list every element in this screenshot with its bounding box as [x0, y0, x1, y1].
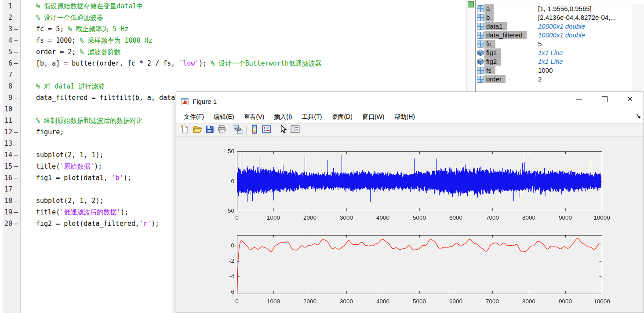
- menu-e[interactable]: 编辑(E): [209, 111, 239, 123]
- code-token-code: title(: [36, 162, 60, 170]
- variable-name[interactable]: a: [484, 4, 494, 13]
- code-line[interactable]: 5–order = 2; % 滤波器阶数: [0, 46, 475, 58]
- link-plot-button[interactable]: [233, 125, 244, 136]
- code-token-code: );: [120, 208, 128, 216]
- menu-d[interactable]: 桌面(D): [327, 111, 357, 123]
- print-figure-button[interactable]: [216, 125, 227, 136]
- code-line[interactable]: 1% 假设原始数据存储在变量data1中: [0, 0, 475, 12]
- workspace-column-divider[interactable]: [521, 0, 521, 4]
- workspace-row[interactable]: a[1,-1.9556,0.9565]: [476, 4, 632, 13]
- code-token-code: order = 2;: [36, 48, 80, 56]
- variable-value[interactable]: [1,-1.9556,0.9565]: [538, 4, 592, 13]
- workspace-row[interactable]: data110000x1 double: [476, 22, 632, 31]
- x-tick-label: 8000: [513, 298, 544, 305]
- workspace-header: [476, 0, 644, 4]
- insert-legend-button[interactable]: [261, 125, 272, 136]
- executable-line-marker: –: [14, 218, 18, 229]
- edit-plot-icon: [278, 125, 287, 136]
- y-tick-label: 0: [215, 178, 234, 184]
- x-tick-label: 0: [222, 214, 252, 221]
- code-token-code: [b, a] = butter(order, fc * 2 / fs,: [36, 59, 179, 67]
- executable-line-marker: –: [14, 126, 18, 138]
- variable-name[interactable]: data_filtered: [484, 31, 527, 39]
- matrix-icon: [477, 14, 484, 21]
- x-tick-label: 1000: [258, 298, 289, 305]
- save-figure-icon: [205, 125, 214, 136]
- figure-canvas-area: 0100020003000400050006000700080009000100…: [176, 137, 644, 313]
- workspace-row[interactable]: fig11x1 Line: [476, 48, 632, 57]
- insert-colorbar-button[interactable]: [249, 125, 260, 136]
- edit-plot-button[interactable]: [277, 125, 288, 136]
- variable-name[interactable]: data1: [484, 22, 507, 30]
- code-token-code: title(: [36, 208, 60, 216]
- matlab-desktop: 1% 假设原始数据存储在变量data1中2% 设计一个低通滤波器3–fc = 5…: [0, 0, 644, 313]
- code-token-string: '原始数据': [60, 162, 94, 170]
- workspace-row[interactable]: order2: [476, 75, 632, 84]
- menu-i[interactable]: 插入(I): [269, 111, 297, 123]
- menu-overflow-arrow[interactable]: ↘: [636, 112, 641, 119]
- line-number: 9: [0, 92, 12, 103]
- variable-value[interactable]: 10000x1 double: [538, 31, 585, 40]
- code-text: subplot(2, 1, 1);: [36, 149, 104, 161]
- variable-value[interactable]: 2: [538, 75, 542, 84]
- variable-name[interactable]: b: [484, 13, 494, 22]
- workspace-row[interactable]: fc5: [476, 40, 632, 48]
- matrix-icon: [477, 23, 484, 30]
- save-figure-button[interactable]: [204, 125, 215, 136]
- workspace-row[interactable]: b[2.4136e-04,4.8272e-04,...: [476, 13, 632, 22]
- insert-colorbar-icon: [250, 125, 259, 136]
- executable-line-marker: –: [14, 172, 18, 184]
- code-line[interactable]: 2% 设计一个低通滤波器: [0, 12, 475, 23]
- code-analyzer-indicator[interactable]: [468, 1, 474, 7]
- maximize-button[interactable]: [592, 92, 617, 106]
- menu-h[interactable]: 帮助(H): [389, 111, 419, 123]
- figure-titlebar[interactable]: Figure 1 ×: [176, 92, 644, 111]
- code-token-comment: % 对 data1 进行滤波: [36, 82, 105, 90]
- variable-value[interactable]: 1000: [538, 66, 553, 75]
- code-token-comment: % 设计一个低通滤波器: [36, 14, 103, 22]
- variable-name[interactable]: fs: [484, 66, 495, 74]
- menu-f[interactable]: 文件(F): [179, 111, 209, 123]
- code-line[interactable]: 8% 对 data1 进行滤波: [0, 81, 475, 92]
- workspace-row[interactable]: fig21x1 Line: [476, 57, 632, 66]
- toolbar-separator: [230, 126, 230, 135]
- code-token-code: fig1 = plot(data1,: [36, 174, 112, 182]
- menu-t[interactable]: 工具(T): [297, 111, 327, 123]
- variable-name[interactable]: order: [484, 75, 506, 83]
- line-number: 20: [0, 218, 12, 229]
- workspace-row[interactable]: data_filtered10000x1 double: [476, 31, 632, 40]
- y-tick-label: -50: [215, 207, 234, 214]
- variable-value[interactable]: 10000x1 double: [538, 22, 585, 31]
- code-text: fc = 5; % 截止频率为 5 Hz: [36, 23, 128, 35]
- code-token-code: );: [151, 220, 159, 228]
- menu-w[interactable]: 窗口(W): [357, 111, 389, 123]
- x-tick-label: 2000: [295, 214, 325, 221]
- open-file-button[interactable]: [192, 125, 203, 136]
- code-line[interactable]: 3–fc = 5; % 截止频率为 5 Hz: [0, 23, 475, 35]
- code-line[interactable]: 6–[b, a] = butter(order, fc * 2 / fs, 'l…: [0, 58, 475, 69]
- x-tick-label: 7000: [477, 298, 508, 305]
- executable-line-marker: –: [14, 161, 18, 172]
- new-figure-button[interactable]: [179, 125, 190, 136]
- variable-value[interactable]: 5: [538, 40, 542, 48]
- code-line[interactable]: 4–fs = 1000; % 采样频率为 1000 Hz: [0, 35, 475, 46]
- executable-line-marker: –: [14, 23, 18, 35]
- menu-v[interactable]: 查看(V): [239, 111, 269, 123]
- property-inspector-button[interactable]: [290, 125, 301, 136]
- code-text: title('原始数据');: [36, 161, 102, 172]
- workspace-row[interactable]: fs1000: [476, 66, 632, 75]
- line-number: 8: [0, 81, 12, 92]
- variable-name[interactable]: fc: [484, 40, 495, 48]
- variable-value[interactable]: 1x1 Line: [538, 57, 563, 66]
- line-number: 18: [0, 195, 12, 206]
- variable-value[interactable]: [2.4136e-04,4.8272e-04,...: [538, 13, 616, 22]
- code-token-comment: % 截止频率为 5 Hz: [68, 25, 128, 33]
- variable-name[interactable]: fig2: [484, 57, 501, 66]
- variable-value[interactable]: 1x1 Line: [538, 48, 563, 57]
- code-line[interactable]: 7: [0, 69, 475, 81]
- code-token-string: 'r': [139, 220, 151, 228]
- variable-name[interactable]: fig1: [484, 48, 501, 57]
- close-button[interactable]: ×: [617, 92, 643, 106]
- minimize-button[interactable]: [566, 92, 592, 106]
- x-tick-label: 0: [222, 298, 252, 305]
